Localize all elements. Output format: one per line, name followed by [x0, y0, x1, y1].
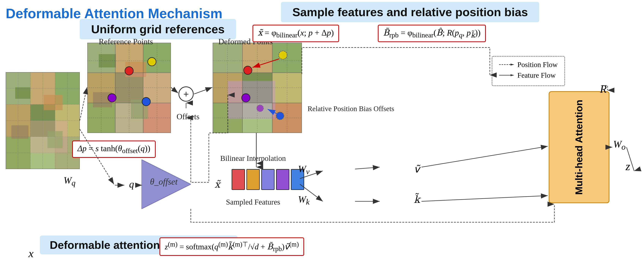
- svg-point-84: [257, 105, 264, 112]
- svg-marker-91: [510, 64, 514, 66]
- svg-line-110: [422, 146, 548, 167]
- formula-delta-p: Δp = s tanh(θoffset(q)): [72, 140, 156, 158]
- x-tilde-label: x̃: [214, 178, 220, 190]
- q-label: q: [129, 178, 134, 190]
- offsets-label: Offsets: [176, 112, 200, 121]
- sampled-features-label: Sampled Features: [226, 198, 280, 206]
- rpb-offsets-label: Relative Position Bias Offsets: [308, 104, 394, 113]
- R-label: R: [600, 82, 606, 95]
- svg-rect-27: [30, 120, 68, 153]
- wq-label: Wq: [64, 175, 75, 188]
- legend-position-flow: Position Flow: [499, 60, 558, 69]
- main-container: Deformable Attention Mechanism Uniform g…: [0, 0, 644, 264]
- wv-label: Wv: [298, 163, 310, 176]
- legend-feature-flow: Feature Flow: [499, 71, 558, 80]
- wo-label: Wo: [613, 139, 626, 152]
- input-image: [6, 72, 80, 169]
- formula-b-rpb: B̃rpb = φbilinear(B̂; R(pq, pk̃)): [378, 25, 486, 42]
- svg-line-100: [171, 87, 178, 93]
- svg-rect-68: [228, 81, 275, 119]
- svg-point-57: [142, 98, 150, 106]
- k-tilde-label: k̃: [414, 194, 420, 205]
- theta-offset-label: θ_offset: [150, 177, 178, 187]
- svg-line-108: [355, 167, 380, 169]
- svg-point-54: [125, 67, 133, 75]
- reference-points-label: Reference Points: [99, 37, 153, 46]
- svg-line-101: [194, 87, 212, 94]
- svg-point-56: [108, 94, 116, 102]
- svg-line-111: [422, 196, 548, 201]
- grid-deformed-image: [213, 43, 302, 133]
- formula-attention: z(m) = softmax(q(m)k̃(m)⊤/√d + B̃rpb)ṽ(m…: [160, 238, 304, 256]
- multi-head-attention-box: Multi-head Attention: [549, 91, 610, 203]
- svg-marker-93: [510, 74, 514, 76]
- uniform-grid-header: Uniform grid references: [80, 19, 236, 39]
- svg-point-83: [242, 94, 250, 102]
- plus-operator: +: [178, 86, 194, 102]
- x-label: x: [28, 247, 34, 260]
- svg-point-81: [244, 66, 252, 74]
- wk-label: Wk: [298, 194, 310, 206]
- sample-features-header: Sample features and relative position bi…: [281, 2, 539, 22]
- formula-x-tilde: x̃ = φbilinear(x; p + Δp): [252, 25, 339, 42]
- grid-ref-image: [87, 43, 171, 133]
- svg-point-55: [148, 58, 156, 66]
- v-tilde-label: ṽ: [414, 163, 420, 175]
- feature-cubes: [232, 169, 304, 190]
- legend-box: Position Flow Feature Flow: [492, 56, 565, 86]
- svg-rect-12: [15, 87, 30, 99]
- svg-point-85: [276, 112, 284, 120]
- z-label: z: [626, 160, 630, 173]
- svg-line-98: [80, 87, 87, 120]
- svg-rect-13: [44, 95, 63, 110]
- bilinear-label: Bilinear Interpolation: [220, 154, 286, 163]
- svg-point-80: [279, 51, 287, 59]
